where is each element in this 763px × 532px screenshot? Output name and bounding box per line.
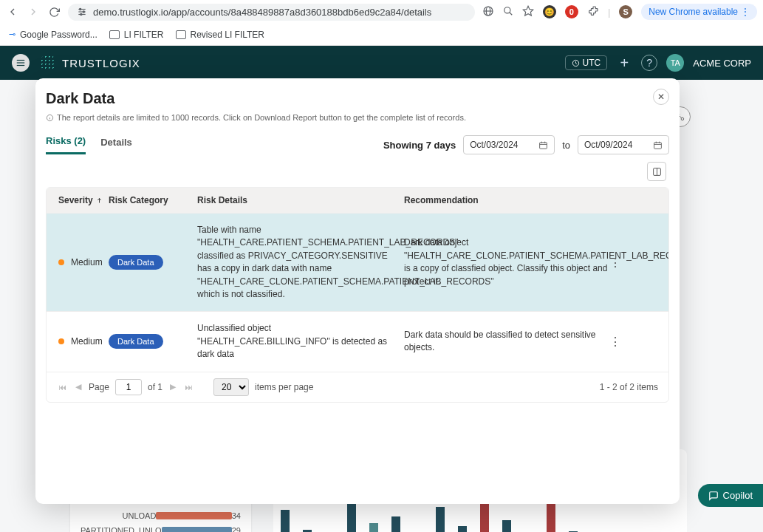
col-details[interactable]: Risk Details [197,195,404,205]
brand-logo[interactable]: TRUSTLOGIX [40,55,140,71]
kebab-icon: ⋮ [741,7,750,17]
bookmark-star-icon[interactable] [522,5,534,19]
info-note: The report details are limited to 1000 r… [46,113,669,122]
add-button[interactable]: + [616,55,632,71]
zoom-icon[interactable] [503,6,513,18]
chat-icon [708,491,719,501]
help-button[interactable]: ? [641,55,657,71]
table-row[interactable]: Medium Dark Data Unclassified object "HE… [47,311,668,371]
category-pill: Dark Data [109,255,163,270]
url-text: demo.trustlogix.io/app/accounts/8a488489… [93,7,431,18]
page-range-label: 1 - 2 of 2 items [600,382,658,392]
table-row[interactable]: Medium Dark Data Table with name "HEALTH… [47,213,668,311]
calendar-icon [653,140,663,150]
severity-dot-icon [58,259,64,265]
new-chrome-badge[interactable]: New Chrome available ⋮ [641,4,757,20]
tab-details[interactable]: Details [100,137,132,154]
risk-details-cell: Table with name "HEALTH_CARE.PATIENT_SCH… [197,224,404,301]
calendar-icon [538,140,548,150]
svg-point-5 [81,13,82,15]
bg-stat-row: UNLOAD 34 [70,508,251,523]
svg-line-10 [510,12,513,15]
close-button[interactable]: ✕ [653,89,669,105]
clock-icon [572,59,580,67]
paginator: ⏮ ◀ Page of 1 ▶ ⏭ 20 items per page 1 - … [47,372,668,402]
date-from-input[interactable]: Oct/03/2024 [463,135,555,154]
svg-rect-22 [540,142,547,149]
svg-point-3 [80,8,81,10]
tab-risks[interactable]: Risks (2) [46,135,86,154]
recommendation-cell: Dark data object "HEALTH_CARE_CLONE.PATI… [404,236,609,288]
profile-avatar[interactable]: S [619,5,632,18]
page-prev-button[interactable]: ◀ [74,381,83,393]
folder-icon [109,30,120,39]
page-first-button[interactable]: ⏮ [57,381,68,393]
back-button[interactable] [6,5,19,18]
forward-button[interactable] [27,5,40,18]
svg-rect-26 [654,142,662,149]
bookmarks-bar: ⊸ Google Password... LI FILTER Revised L… [0,24,763,46]
extensions-icon[interactable] [587,5,599,19]
bg-stat-row: PARTITIONED_UNLOAD 29 [70,523,251,532]
bookmark-google-password[interactable]: ⊸ Google Password... [9,30,97,40]
to-label: to [562,140,570,151]
col-category[interactable]: Risk Category [109,195,197,205]
extension-icon-2[interactable]: 0 [565,5,578,18]
address-bar[interactable]: demo.trustlogix.io/app/accounts/8a488489… [68,4,475,21]
app-header: TRUSTLOGIX UTC + ? TA ACME CORP [0,46,763,80]
logo-mark-icon [40,55,56,71]
bookmark-revised-li-filter[interactable]: Revised LI FILTER [176,30,264,40]
recommendation-cell: Dark data should be classified to detect… [404,329,609,355]
page-next-button[interactable]: ▶ [168,381,177,393]
translate-icon[interactable] [482,5,494,19]
info-icon [46,114,54,122]
menu-button[interactable] [12,54,30,72]
org-name: ACME CORP [693,58,751,69]
user-avatar[interactable]: TA [666,54,684,72]
svg-point-4 [83,11,84,13]
sort-asc-icon [96,197,103,205]
row-actions-button[interactable]: ⋮ [609,335,632,349]
page-number-input[interactable] [115,379,142,395]
table-header: Severity Risk Category Risk Details Reco… [47,188,668,213]
key-icon: ⊸ [9,30,16,39]
risk-details-cell: Unclassified object "HEALTH_CARE.BILLING… [197,322,404,361]
category-pill: Dark Data [109,334,163,349]
risks-table: Severity Risk Category Risk Details Reco… [46,187,669,403]
extension-icon-1[interactable]: 😊 [543,5,556,18]
reload-button[interactable] [47,5,61,18]
modal-title: Dark Data [46,90,669,107]
copilot-button[interactable]: Copilot [698,484,763,507]
date-to-input[interactable]: Oct/09/2024 [578,135,669,154]
page-last-button[interactable]: ⏭ [183,381,194,393]
bookmark-li-filter[interactable]: LI FILTER [109,30,164,40]
svg-point-9 [504,7,510,13]
page-size-select[interactable]: 20 [213,378,249,396]
toolbar-icons: 😊 0 | S New Chrome available ⋮ [482,4,757,20]
svg-marker-11 [523,6,533,16]
timezone-badge[interactable]: UTC [565,55,608,70]
browser-toolbar: demo.trustlogix.io/app/accounts/8a488489… [0,0,763,24]
col-recommendation[interactable]: Recommendation [404,195,609,205]
showing-label: Showing 7 days [383,140,456,151]
row-actions-button[interactable]: ⋮ [609,256,632,270]
columns-icon [652,167,662,177]
severity-dot-icon [58,338,64,344]
site-settings-icon [77,7,87,17]
col-severity[interactable]: Severity [49,195,109,205]
folder-icon [176,30,186,39]
tab-row: Risks (2) Details Showing 7 days Oct/03/… [46,135,669,154]
columns-button[interactable] [647,162,666,181]
dark-data-modal: ✕ Dark Data The report details are limit… [35,78,680,504]
